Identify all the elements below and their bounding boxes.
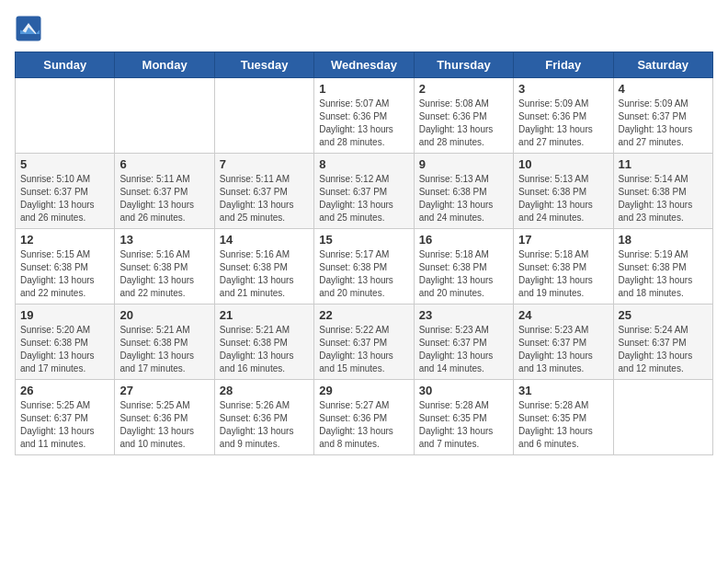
- calendar-cell: 27Sunrise: 5:25 AM Sunset: 6:36 PM Dayli…: [115, 380, 214, 455]
- week-row-3: 12Sunrise: 5:15 AM Sunset: 6:38 PM Dayli…: [16, 229, 713, 304]
- day-number: 15: [319, 233, 408, 247]
- day-info: Sunrise: 5:20 AM Sunset: 6:38 PM Dayligh…: [20, 324, 109, 375]
- weekday-header-wednesday: Wednesday: [314, 52, 414, 78]
- day-info: Sunrise: 5:13 AM Sunset: 6:38 PM Dayligh…: [419, 173, 508, 224]
- calendar-cell: 11Sunrise: 5:14 AM Sunset: 6:38 PM Dayli…: [613, 154, 712, 229]
- day-info: Sunrise: 5:11 AM Sunset: 6:37 PM Dayligh…: [119, 173, 209, 224]
- calendar-cell: [613, 380, 712, 455]
- calendar-cell: 9Sunrise: 5:13 AM Sunset: 6:38 PM Daylig…: [414, 154, 513, 229]
- calendar-cell: 21Sunrise: 5:21 AM Sunset: 6:38 PM Dayli…: [214, 304, 313, 380]
- day-number: 27: [119, 384, 209, 397]
- weekday-header-friday: Friday: [514, 52, 613, 78]
- calendar-cell: 14Sunrise: 5:16 AM Sunset: 6:38 PM Dayli…: [214, 229, 313, 304]
- day-number: 16: [419, 233, 508, 247]
- weekday-header-row: SundayMondayTuesdayWednesdayThursdayFrid…: [16, 52, 713, 78]
- calendar-cell: 3Sunrise: 5:09 AM Sunset: 6:36 PM Daylig…: [514, 78, 613, 154]
- day-info: Sunrise: 5:26 AM Sunset: 6:36 PM Dayligh…: [220, 399, 309, 451]
- logo: [15, 15, 46, 42]
- calendar-cell: 7Sunrise: 5:11 AM Sunset: 6:37 PM Daylig…: [214, 154, 313, 229]
- day-number: 23: [419, 308, 508, 322]
- day-info: Sunrise: 5:21 AM Sunset: 6:38 PM Dayligh…: [119, 324, 209, 375]
- calendar-cell: 29Sunrise: 5:27 AM Sunset: 6:36 PM Dayli…: [314, 380, 414, 455]
- day-info: Sunrise: 5:12 AM Sunset: 6:37 PM Dayligh…: [319, 173, 408, 224]
- calendar-cell: 26Sunrise: 5:25 AM Sunset: 6:37 PM Dayli…: [16, 380, 115, 455]
- week-row-5: 26Sunrise: 5:25 AM Sunset: 6:37 PM Dayli…: [16, 380, 713, 455]
- day-number: 1: [319, 82, 408, 96]
- calendar-cell: 10Sunrise: 5:13 AM Sunset: 6:38 PM Dayli…: [514, 154, 613, 229]
- week-row-1: 1Sunrise: 5:07 AM Sunset: 6:36 PM Daylig…: [16, 78, 713, 154]
- calendar-cell: 19Sunrise: 5:20 AM Sunset: 6:38 PM Dayli…: [16, 304, 115, 380]
- day-info: Sunrise: 5:09 AM Sunset: 6:36 PM Dayligh…: [518, 98, 608, 149]
- calendar-cell: 31Sunrise: 5:28 AM Sunset: 6:35 PM Dayli…: [514, 380, 613, 455]
- day-info: Sunrise: 5:19 AM Sunset: 6:38 PM Dayligh…: [619, 248, 708, 300]
- day-number: 7: [220, 157, 309, 171]
- day-info: Sunrise: 5:21 AM Sunset: 6:38 PM Dayligh…: [220, 324, 309, 375]
- weekday-header-sunday: Sunday: [16, 52, 115, 78]
- calendar-cell: 4Sunrise: 5:09 AM Sunset: 6:37 PM Daylig…: [613, 78, 712, 154]
- day-info: Sunrise: 5:13 AM Sunset: 6:38 PM Dayligh…: [518, 173, 608, 224]
- calendar-cell: 25Sunrise: 5:24 AM Sunset: 6:37 PM Dayli…: [613, 304, 712, 380]
- day-number: 26: [20, 384, 109, 397]
- day-number: 11: [619, 157, 708, 171]
- day-info: Sunrise: 5:23 AM Sunset: 6:37 PM Dayligh…: [518, 324, 608, 375]
- day-number: 3: [518, 82, 608, 96]
- logo-icon: [15, 15, 42, 42]
- calendar-cell: 15Sunrise: 5:17 AM Sunset: 6:38 PM Dayli…: [314, 229, 414, 304]
- calendar-cell: 28Sunrise: 5:26 AM Sunset: 6:36 PM Dayli…: [214, 380, 313, 455]
- day-number: 8: [319, 157, 408, 171]
- day-info: Sunrise: 5:17 AM Sunset: 6:38 PM Dayligh…: [319, 248, 408, 300]
- calendar-cell: 2Sunrise: 5:08 AM Sunset: 6:36 PM Daylig…: [414, 78, 513, 154]
- day-number: 29: [319, 384, 408, 397]
- day-number: 18: [619, 233, 708, 247]
- calendar-cell: 17Sunrise: 5:18 AM Sunset: 6:38 PM Dayli…: [514, 229, 613, 304]
- weekday-header-monday: Monday: [115, 52, 214, 78]
- day-info: Sunrise: 5:23 AM Sunset: 6:37 PM Dayligh…: [419, 324, 508, 375]
- weekday-header-saturday: Saturday: [613, 52, 712, 78]
- calendar-cell: 23Sunrise: 5:23 AM Sunset: 6:37 PM Dayli…: [414, 304, 513, 380]
- day-info: Sunrise: 5:15 AM Sunset: 6:38 PM Dayligh…: [20, 248, 109, 300]
- day-number: 6: [119, 157, 209, 171]
- calendar-cell: [16, 78, 115, 154]
- day-number: 21: [220, 308, 309, 322]
- day-number: 31: [518, 384, 608, 397]
- day-number: 19: [20, 308, 109, 322]
- day-number: 5: [20, 157, 109, 171]
- calendar-cell: 5Sunrise: 5:10 AM Sunset: 6:37 PM Daylig…: [16, 154, 115, 229]
- day-info: Sunrise: 5:18 AM Sunset: 6:38 PM Dayligh…: [419, 248, 508, 300]
- day-number: 2: [419, 82, 508, 96]
- day-number: 10: [518, 157, 608, 171]
- weekday-header-thursday: Thursday: [414, 52, 513, 78]
- day-info: Sunrise: 5:11 AM Sunset: 6:37 PM Dayligh…: [220, 173, 309, 224]
- calendar-cell: [115, 78, 214, 154]
- day-info: Sunrise: 5:27 AM Sunset: 6:36 PM Dayligh…: [319, 399, 408, 451]
- calendar-cell: 30Sunrise: 5:28 AM Sunset: 6:35 PM Dayli…: [414, 380, 513, 455]
- day-info: Sunrise: 5:16 AM Sunset: 6:38 PM Dayligh…: [220, 248, 309, 300]
- calendar-cell: 8Sunrise: 5:12 AM Sunset: 6:37 PM Daylig…: [314, 154, 414, 229]
- day-number: 30: [419, 384, 508, 397]
- day-info: Sunrise: 5:22 AM Sunset: 6:37 PM Dayligh…: [319, 324, 408, 375]
- day-number: 4: [619, 82, 708, 96]
- day-info: Sunrise: 5:18 AM Sunset: 6:38 PM Dayligh…: [518, 248, 608, 300]
- day-info: Sunrise: 5:10 AM Sunset: 6:37 PM Dayligh…: [20, 173, 109, 224]
- day-info: Sunrise: 5:25 AM Sunset: 6:36 PM Dayligh…: [119, 399, 209, 451]
- day-info: Sunrise: 5:25 AM Sunset: 6:37 PM Dayligh…: [20, 399, 109, 451]
- calendar-cell: 6Sunrise: 5:11 AM Sunset: 6:37 PM Daylig…: [115, 154, 214, 229]
- day-info: Sunrise: 5:08 AM Sunset: 6:36 PM Dayligh…: [419, 98, 508, 149]
- weekday-header-tuesday: Tuesday: [214, 52, 313, 78]
- day-info: Sunrise: 5:16 AM Sunset: 6:38 PM Dayligh…: [119, 248, 209, 300]
- day-number: 13: [119, 233, 209, 247]
- day-info: Sunrise: 5:14 AM Sunset: 6:38 PM Dayligh…: [619, 173, 708, 224]
- day-info: Sunrise: 5:28 AM Sunset: 6:35 PM Dayligh…: [419, 399, 508, 451]
- calendar-cell: 16Sunrise: 5:18 AM Sunset: 6:38 PM Dayli…: [414, 229, 513, 304]
- day-number: 25: [619, 308, 708, 322]
- day-number: 20: [119, 308, 209, 322]
- calendar-cell: 13Sunrise: 5:16 AM Sunset: 6:38 PM Dayli…: [115, 229, 214, 304]
- day-number: 17: [518, 233, 608, 247]
- calendar-cell: 24Sunrise: 5:23 AM Sunset: 6:37 PM Dayli…: [514, 304, 613, 380]
- calendar-cell: 22Sunrise: 5:22 AM Sunset: 6:37 PM Dayli…: [314, 304, 414, 380]
- calendar-table: SundayMondayTuesdayWednesdayThursdayFrid…: [15, 52, 713, 455]
- day-number: 24: [518, 308, 608, 322]
- day-number: 14: [220, 233, 309, 247]
- calendar-cell: 1Sunrise: 5:07 AM Sunset: 6:36 PM Daylig…: [314, 78, 414, 154]
- day-number: 9: [419, 157, 508, 171]
